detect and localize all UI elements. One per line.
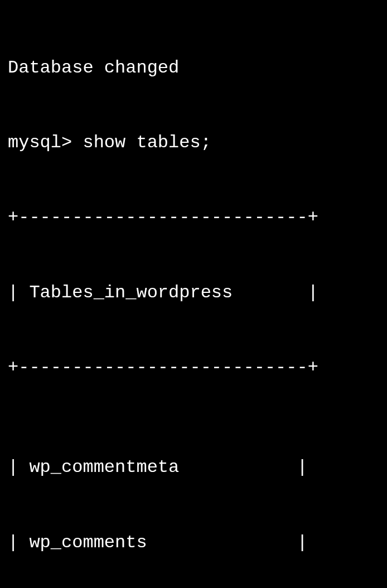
cell-prefix: | [8,457,29,478]
table-row: | wp_comments | [8,531,379,556]
mysql-terminal[interactable]: Database changed mysql> show tables; +--… [0,0,387,588]
command-line: mysql> show tables; [8,131,379,156]
mysql-prompt: mysql> [8,132,72,153]
table-header-row: | Tables_in_wordpress | [8,281,379,306]
cell-suffix: | [233,282,318,303]
cell-suffix: | [147,532,308,553]
cell-prefix: | [8,532,29,553]
table-border-top: +---------------------------+ [8,205,379,230]
sql-command: show tables; [83,132,211,153]
cell-suffix: | [179,457,307,478]
status-line: Database changed [8,56,379,81]
cell-prefix: | [8,282,29,303]
table-row: | wp_commentmeta | [8,455,379,480]
table-name: wp_commentmeta [29,457,179,478]
table-header-name: Tables_in_wordpress [29,282,233,303]
table-border-mid: +---------------------------+ [8,355,379,380]
table-name: wp_comments [29,532,147,553]
